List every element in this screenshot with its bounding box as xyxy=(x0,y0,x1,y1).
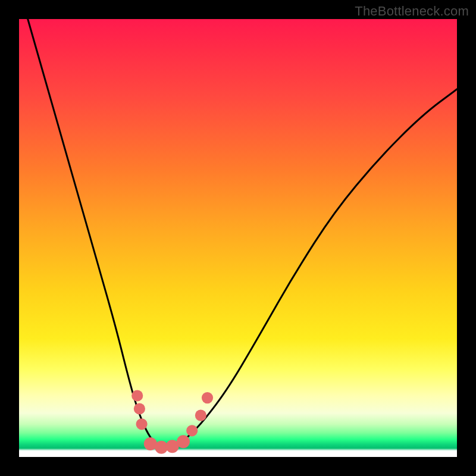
dot-right-mid xyxy=(195,410,206,421)
chart-svg xyxy=(19,19,457,457)
curve-markers xyxy=(131,390,213,453)
dot-left-mid xyxy=(134,403,145,414)
dot-left-lower xyxy=(136,418,148,430)
chart-plot-area xyxy=(19,19,457,457)
dot-bottom-4 xyxy=(177,435,190,448)
bottleneck-curve xyxy=(28,19,457,448)
chart-frame: TheBottleneck.com xyxy=(0,0,476,476)
dot-right-upper xyxy=(202,392,213,403)
watermark-text: TheBottleneck.com xyxy=(355,4,469,19)
dot-left-upper xyxy=(131,390,143,401)
dot-right-lower xyxy=(186,425,198,436)
